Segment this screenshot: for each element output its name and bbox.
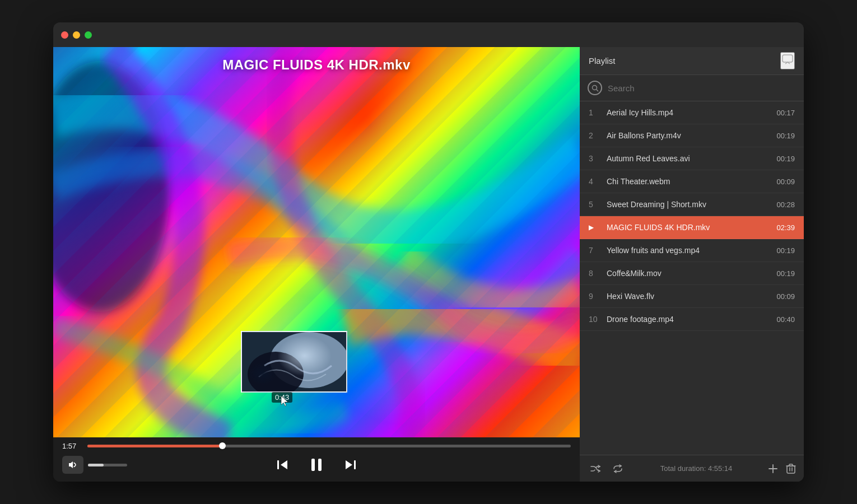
playback-controls	[275, 455, 358, 475]
maximize-button[interactable]	[85, 31, 92, 39]
item-name: Coffe&Milk.mov	[607, 269, 771, 278]
playlist-item[interactable]: 3 Autumn Red Leaves.avi 00:19	[580, 147, 804, 170]
playlist-item[interactable]: 1 Aerial Icy Hills.mp4 00:17	[580, 101, 804, 124]
playlist-header: Playlist	[580, 47, 804, 75]
shuffle-button[interactable]	[588, 461, 603, 477]
item-duration: 00:09	[776, 178, 795, 186]
item-duration: 00:17	[776, 109, 795, 117]
progress-filled	[87, 445, 223, 447]
item-duration: 00:09	[776, 292, 795, 301]
progress-bar[interactable]	[87, 445, 571, 447]
add-button[interactable]	[767, 463, 779, 475]
total-duration: Total duration: 4:55:14	[632, 464, 760, 473]
playlist-item[interactable]: 7 Yellow fruits and vegs.mp4 00:19	[580, 239, 804, 262]
item-number: 7	[589, 246, 600, 255]
controls-bar: 1:57	[53, 437, 580, 482]
svg-line-10	[596, 89, 598, 91]
app-window: MAGIC FLUIDS 4K HDR.mkv 0:43	[53, 22, 804, 482]
video-canvas[interactable]: MAGIC FLUIDS 4K HDR.mkv 0:43	[53, 47, 580, 437]
title-bar	[53, 22, 804, 47]
item-name: Air Ballons Party.m4v	[607, 131, 771, 140]
playlist-item[interactable]: 9 Hexi Wave.flv 00:09	[580, 285, 804, 308]
item-number: 2	[589, 131, 600, 140]
svg-point-0	[53, 61, 170, 312]
content-area: MAGIC FLUIDS 4K HDR.mkv 0:43	[53, 47, 804, 482]
pause-button[interactable]	[306, 455, 327, 475]
item-duration: 00:19	[776, 269, 795, 278]
video-title: MAGIC FLUIDS 4K HDR.mkv	[53, 57, 580, 73]
time-current: 1:57	[62, 442, 82, 450]
playlist-footer: Total duration: 4:55:14	[580, 455, 804, 482]
playlist-item[interactable]: 2 Air Ballons Party.m4v 00:19	[580, 124, 804, 147]
item-name: Yellow fruits and vegs.mp4	[607, 246, 771, 255]
svg-point-3	[248, 352, 304, 393]
item-number: 8	[589, 269, 600, 278]
item-name: Autumn Red Leaves.avi	[607, 154, 771, 163]
svg-rect-4	[277, 460, 279, 469]
volume-group	[62, 456, 127, 474]
previous-button[interactable]	[275, 457, 291, 473]
svg-rect-1	[242, 332, 347, 393]
controls-main	[62, 455, 571, 475]
item-name: Aerial Icy Hills.mp4	[607, 108, 771, 117]
item-name: Drone footage.mp4	[607, 315, 771, 324]
progress-thumb	[219, 442, 226, 449]
traffic-lights	[61, 31, 92, 39]
time-tooltip: 0:43	[272, 392, 292, 403]
svg-rect-5	[311, 459, 315, 471]
item-duration: 00:19	[776, 155, 795, 163]
volume-filled	[88, 464, 104, 466]
item-name: Hexi Wave.flv	[607, 292, 771, 301]
item-duration: 02:39	[776, 223, 795, 232]
playlist-items: 1 Aerial Icy Hills.mp4 00:17 2 Air Ballo…	[580, 101, 804, 455]
item-name: Sweet Dreaming | Short.mkv	[607, 200, 771, 209]
playlist-item[interactable]: 10 Drone footage.mp4 00:40	[580, 308, 804, 331]
playlist-panel: Playlist	[580, 47, 804, 482]
thumbnail-preview	[241, 331, 347, 393]
search-input[interactable]	[608, 83, 796, 93]
next-button[interactable]	[342, 457, 358, 473]
playlist-item[interactable]: 8 Coffe&Milk.mov 00:19	[580, 262, 804, 285]
svg-rect-13	[787, 466, 795, 473]
playlist-item[interactable]: ▶ MAGIC FLUIDS 4K HDR.mkv 02:39	[580, 216, 804, 239]
item-duration: 00:28	[776, 200, 795, 209]
item-name: Chi Theater.webm	[607, 177, 771, 186]
item-number: 1	[589, 108, 600, 117]
playlist-search[interactable]	[580, 75, 804, 101]
svg-rect-8	[783, 55, 793, 62]
volume-slider[interactable]	[88, 464, 127, 466]
video-section: MAGIC FLUIDS 4K HDR.mkv 0:43	[53, 47, 580, 482]
now-playing-icon: ▶	[589, 223, 600, 231]
item-duration: 00:19	[776, 246, 795, 255]
item-duration: 00:19	[776, 132, 795, 140]
item-number: 4	[589, 177, 600, 186]
item-number: 3	[589, 154, 600, 163]
close-button[interactable]	[61, 31, 68, 39]
repeat-button[interactable]	[610, 461, 626, 477]
item-number: 9	[589, 292, 600, 301]
item-number: 10	[589, 315, 600, 324]
volume-button[interactable]	[62, 456, 83, 474]
search-icon	[588, 81, 602, 95]
chat-icon-button[interactable]	[780, 52, 795, 69]
item-duration: 00:40	[776, 315, 795, 324]
svg-point-2	[270, 332, 347, 388]
item-number: 5	[589, 200, 600, 209]
playlist-item[interactable]: 4 Chi Theater.webm 00:09	[580, 170, 804, 193]
svg-rect-6	[318, 459, 322, 471]
playlist-item[interactable]: 5 Sweet Dreaming | Short.mkv 00:28	[580, 193, 804, 216]
svg-rect-7	[354, 460, 356, 469]
progress-row: 1:57	[62, 442, 571, 450]
playlist-title: Playlist	[589, 56, 616, 66]
svg-point-9	[592, 85, 597, 90]
delete-button[interactable]	[786, 463, 796, 474]
minimize-button[interactable]	[73, 31, 80, 39]
item-name: MAGIC FLUIDS 4K HDR.mkv	[607, 223, 771, 232]
